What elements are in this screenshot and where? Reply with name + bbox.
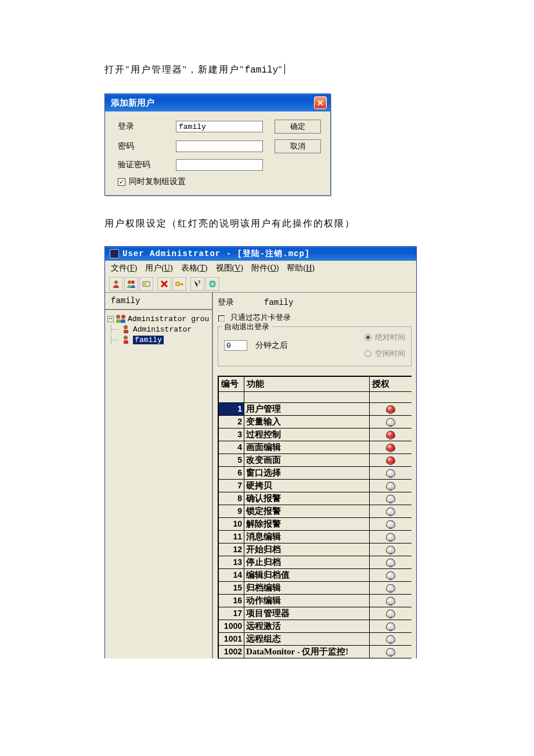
- login-input[interactable]: [176, 121, 263, 132]
- cell-auth[interactable]: [370, 530, 412, 543]
- table-row[interactable]: 11消息编辑: [219, 530, 412, 543]
- menu-user[interactable]: 用户(U): [145, 263, 172, 273]
- cell-func: 停止归档: [244, 556, 370, 568]
- cell-func: 过程控制: [244, 428, 370, 441]
- table-row[interactable]: 1001远程组态: [219, 632, 412, 645]
- cancel-button[interactable]: 取消: [275, 139, 321, 153]
- cell-auth[interactable]: [370, 568, 412, 581]
- bulb-off-icon: [386, 546, 395, 554]
- menu-view[interactable]: 视图(V): [216, 263, 243, 273]
- intro-paragraph-2: 用户权限设定（红灯亮的说明该用户有此操作的权限）: [104, 218, 430, 230]
- toolbar-chipcard-icon[interactable]: [139, 277, 153, 291]
- table-row[interactable]: 16动作编辑: [219, 594, 412, 607]
- table-row[interactable]: 3过程控制: [219, 428, 412, 441]
- table-row[interactable]: 10解除报警: [219, 517, 412, 530]
- cell-no: 1: [219, 402, 244, 415]
- ok-button[interactable]: 确定: [275, 120, 321, 134]
- cell-func: 画面编辑: [244, 441, 370, 453]
- cell-auth[interactable]: [370, 428, 412, 441]
- col-no: 编号: [219, 377, 244, 392]
- bulb-off-icon: [386, 571, 395, 579]
- table-row[interactable]: 9锁定报警: [219, 505, 412, 517]
- tree-node-admin-group[interactable]: − Administrator grou: [107, 314, 210, 324]
- table-row[interactable]: 2变量输入: [219, 415, 412, 428]
- cell-auth[interactable]: [370, 620, 412, 632]
- chipcard-checkbox[interactable]: [218, 315, 225, 322]
- toolbar-web-icon[interactable]: [205, 277, 219, 291]
- cell-no: 2: [219, 415, 244, 428]
- table-row[interactable]: 12开始归档: [219, 543, 412, 556]
- cell-func: 开始归档: [244, 543, 370, 556]
- table-row[interactable]: 15归档编辑: [219, 581, 412, 594]
- bulb-off-icon: [386, 520, 395, 528]
- cell-func: 编辑归档值: [244, 568, 370, 581]
- toolbar-delete-icon[interactable]: [157, 277, 171, 291]
- table-row[interactable]: 6窗口选择: [219, 466, 412, 479]
- table-row[interactable]: 1用户管理: [219, 402, 412, 415]
- bulb-on-icon: [386, 405, 395, 413]
- cell-auth[interactable]: [370, 556, 412, 568]
- table-row[interactable]: 14编辑归档值: [219, 568, 412, 581]
- cell-no: 4: [219, 441, 244, 453]
- table-row[interactable]: 13停止归档: [219, 556, 412, 568]
- cell-auth[interactable]: [370, 492, 412, 505]
- cell-auth[interactable]: [370, 402, 412, 415]
- menubar: 文件(F) 用户(U) 表格(T) 视图(V) 附件(O) 帮助(H): [105, 261, 416, 276]
- cell-no: 14: [219, 568, 244, 581]
- close-icon[interactable]: ✕: [314, 96, 327, 109]
- menu-file[interactable]: 文件(F): [111, 263, 137, 273]
- cell-func: 消息编辑: [244, 530, 370, 543]
- tree-node-family[interactable]: family: [107, 334, 210, 345]
- password-label: 密码: [118, 141, 170, 152]
- cell-no: 10: [219, 517, 244, 530]
- toolbar-key-icon[interactable]: [172, 277, 186, 291]
- radio-absolute-time[interactable]: [365, 334, 371, 341]
- table-row[interactable]: 17项目管理器: [219, 607, 412, 620]
- table-row[interactable]: 7硬拷贝: [219, 479, 412, 492]
- cell-auth[interactable]: [370, 543, 412, 556]
- tree-node-administrator[interactable]: Administrator: [107, 324, 210, 334]
- menu-table[interactable]: 表格(T): [181, 263, 208, 273]
- cell-no: 1002: [219, 645, 244, 658]
- table-row[interactable]: 5改变画面: [219, 453, 412, 466]
- password-input[interactable]: [176, 141, 263, 152]
- cell-auth[interactable]: [370, 607, 412, 620]
- cell-auth[interactable]: [370, 466, 412, 479]
- copy-group-checkbox[interactable]: ✓: [118, 178, 125, 186]
- cell-auth[interactable]: [370, 517, 412, 530]
- svg-point-2: [131, 280, 135, 284]
- permissions-table: 编号 功能 授权 1用户管理2变量输入3过程控制4画面编辑5改变画面6窗口选择7…: [218, 376, 412, 658]
- table-row[interactable]: 4画面编辑: [219, 441, 412, 453]
- collapse-icon[interactable]: −: [107, 316, 114, 322]
- cell-auth[interactable]: [370, 645, 412, 658]
- auto-logout-group: 自动退出登录 分钟之后 绝对时间 空闲时间: [218, 326, 412, 366]
- bulb-on-icon: [386, 456, 395, 465]
- table-row[interactable]: 1000远程激活: [219, 620, 412, 632]
- toolbar-help-icon[interactable]: ?: [190, 277, 204, 291]
- toolbar-new-user-icon[interactable]: [109, 277, 123, 291]
- table-row[interactable]: 1002DataMonitor - 仅用于监控!: [219, 645, 412, 658]
- menu-addon[interactable]: 附件(O): [251, 263, 279, 273]
- cell-auth[interactable]: [370, 453, 412, 466]
- dialog-titlebar: 添加新用户 ✕: [105, 94, 330, 111]
- cell-auth[interactable]: [370, 594, 412, 607]
- toolbar-new-group-icon[interactable]: [124, 277, 138, 291]
- auto-logout-legend: 自动退出登录: [222, 322, 272, 332]
- cell-auth[interactable]: [370, 415, 412, 428]
- table-row[interactable]: 8确认报警: [219, 492, 412, 505]
- verify-password-input[interactable]: [176, 159, 263, 171]
- cell-auth[interactable]: [370, 632, 412, 645]
- cell-no: 1001: [219, 632, 244, 645]
- minutes-input[interactable]: [224, 340, 247, 351]
- cell-func: 远程组态: [244, 632, 370, 645]
- svg-point-5: [176, 282, 179, 286]
- radio-idle-time[interactable]: [365, 350, 371, 357]
- cell-func: 远程激活: [244, 620, 370, 632]
- cell-auth[interactable]: [370, 505, 412, 517]
- cell-auth[interactable]: [370, 441, 412, 453]
- cell-auth[interactable]: [370, 479, 412, 492]
- cell-auth[interactable]: [370, 581, 412, 594]
- group-icon: [116, 315, 125, 323]
- menu-help[interactable]: 帮助(H): [287, 263, 314, 273]
- bulb-off-icon: [386, 559, 395, 567]
